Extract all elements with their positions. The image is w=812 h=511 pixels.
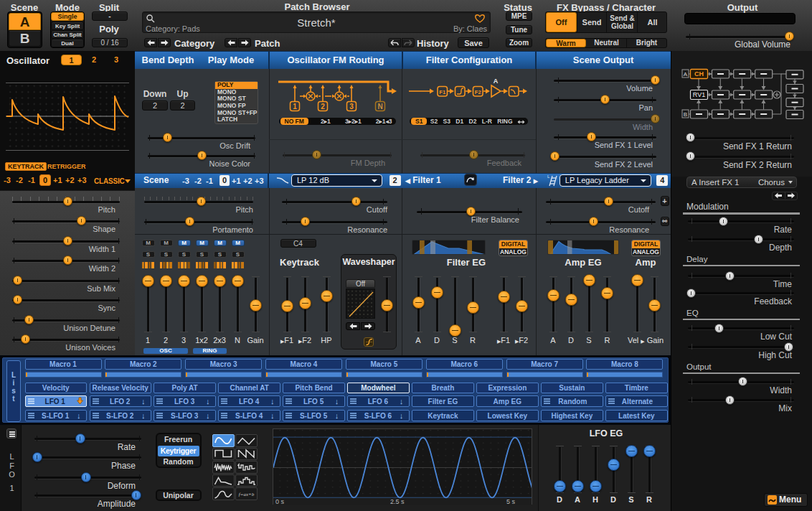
svg-text:A: A <box>494 78 499 85</box>
svg-text:N: N <box>377 103 382 111</box>
svg-text:F2: F2 <box>475 89 481 95</box>
svg-text:RV1: RV1 <box>693 91 705 98</box>
svg-text:3: 3 <box>349 103 354 111</box>
svg-text:f=ax+b: f=ax+b <box>238 492 254 497</box>
svg-text:CH: CH <box>694 70 704 78</box>
svg-text:F1: F1 <box>439 89 445 95</box>
svg-text:A: A <box>684 71 688 78</box>
svg-text:1: 1 <box>293 103 297 111</box>
svg-text:B: B <box>684 111 687 118</box>
svg-text:L: L <box>547 174 550 179</box>
svg-text:2: 2 <box>321 103 325 111</box>
